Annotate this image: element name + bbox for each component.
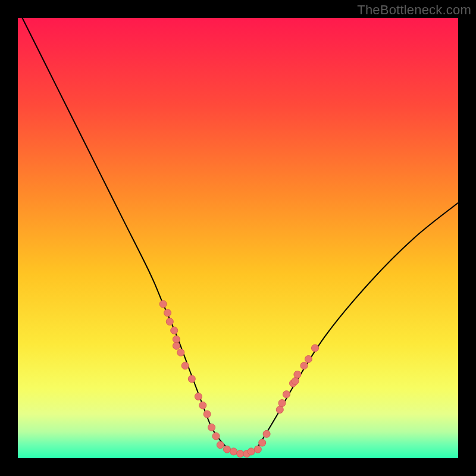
data-point [294, 371, 301, 378]
data-point [217, 441, 224, 449]
data-point [312, 345, 319, 352]
data-point [173, 342, 180, 349]
data-point [195, 393, 202, 400]
data-point [283, 391, 290, 398]
curve-layer [18, 18, 458, 458]
data-point [224, 446, 231, 453]
watermark-text: TheBottleneck.com [357, 2, 471, 18]
data-point [171, 327, 178, 334]
data-point [276, 406, 283, 414]
data-point [164, 309, 171, 317]
data-point [305, 356, 312, 363]
data-point [263, 430, 270, 437]
bottleneck-curve [18, 18, 458, 455]
data-point [159, 300, 167, 308]
data-point [248, 448, 255, 455]
data-point [203, 411, 211, 418]
data-point [177, 349, 184, 356]
data-point [208, 424, 215, 431]
data-point [300, 362, 308, 369]
data-point [230, 448, 237, 455]
data-point [212, 433, 220, 440]
data-point [237, 450, 244, 458]
data-point [181, 362, 189, 369]
data-point [166, 318, 173, 325]
data-point [259, 439, 266, 446]
plot-area [18, 18, 458, 458]
data-markers [159, 300, 318, 458]
data-point [292, 378, 299, 385]
chart-frame: TheBottleneck.com [0, 0, 476, 476]
data-point [254, 446, 261, 453]
data-point [199, 402, 206, 409]
data-point [278, 400, 286, 407]
data-point [188, 375, 195, 383]
data-point [173, 336, 180, 343]
